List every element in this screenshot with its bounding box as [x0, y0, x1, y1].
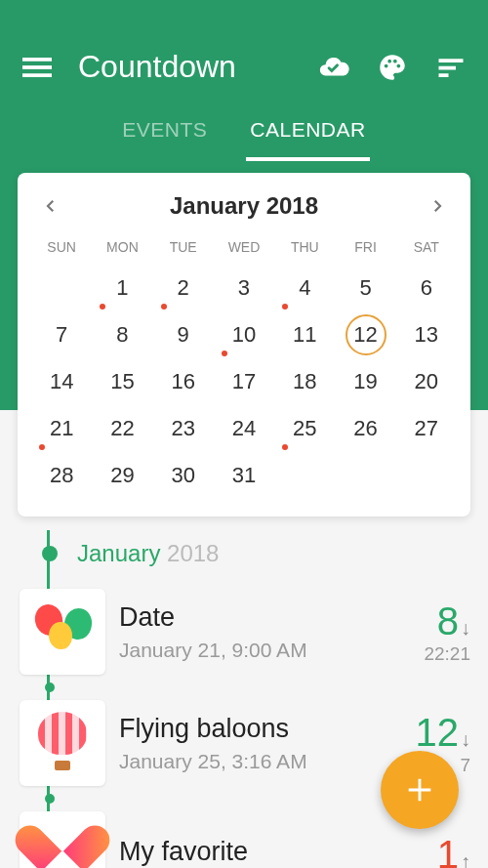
calendar-day[interactable]: 12 [335, 311, 395, 358]
calendar-day[interactable]: 16 [153, 358, 214, 405]
event-title: Flying baloons [119, 714, 402, 744]
calendar-card: January 2018 SUNMONTUEWEDTHUFRISAT123456… [18, 173, 470, 517]
calendar-day[interactable]: 2 [153, 265, 214, 311]
svg-rect-7 [439, 59, 464, 62]
timeline-month-header: January 2018 [18, 530, 488, 585]
event-thumbnail [20, 811, 105, 868]
calendar-grid: SUNMONTUEWEDTHUFRISAT1234567891011121314… [31, 233, 457, 499]
calendar-dow: THU [274, 233, 335, 265]
calendar-day[interactable]: 18 [274, 358, 335, 405]
event-marker [39, 444, 45, 450]
arrow-down-icon: ↓ [461, 617, 470, 640]
calendar-day[interactable]: 24 [214, 405, 274, 452]
calendar-day[interactable]: 22 [92, 405, 152, 452]
tab-events[interactable]: EVENTS [118, 112, 211, 161]
palette-icon[interactable] [375, 50, 410, 85]
event-thumbnail [20, 589, 105, 675]
timeline-dot [42, 546, 58, 561]
event-marker [222, 351, 227, 356]
calendar-day[interactable]: 3 [214, 265, 274, 311]
hot-air-balloon-icon [34, 712, 91, 774]
timeline-month: January [77, 540, 160, 566]
event-countdown: 12↓ [416, 711, 471, 755]
calendar-day[interactable]: 23 [153, 405, 214, 452]
event-date: January 25, 3:16 AM [119, 750, 402, 773]
svg-rect-0 [22, 58, 52, 62]
calendar-day[interactable]: 28 [31, 452, 92, 499]
calendar-day[interactable]: 19 [335, 358, 395, 405]
event-title: My favorite [119, 837, 424, 867]
calendar-dow: WED [214, 233, 274, 265]
calendar-month-label: January 2018 [170, 192, 318, 220]
arrow-up-icon: ↑ [461, 850, 470, 869]
calendar-day[interactable]: 25 [274, 405, 335, 452]
calendar-day[interactable]: 6 [396, 265, 457, 311]
calendar-day[interactable]: 30 [153, 452, 214, 499]
sort-icon[interactable] [433, 50, 468, 85]
svg-rect-1 [22, 65, 52, 69]
calendar-dow: TUE [153, 233, 214, 265]
tab-calendar[interactable]: CALENDAR [246, 112, 369, 161]
arrow-down-icon: ↓ [461, 728, 470, 751]
calendar-day[interactable]: 1 [92, 265, 152, 311]
calendar-day[interactable]: 31 [214, 452, 274, 499]
cloud-done-icon[interactable] [316, 50, 351, 85]
svg-rect-2 [22, 73, 52, 77]
event-title: Date [119, 602, 410, 633]
calendar-day[interactable]: 13 [396, 311, 457, 358]
timeline-year: 2018 [167, 540, 219, 566]
calendar-day[interactable]: 15 [92, 358, 152, 405]
next-month-button[interactable] [426, 194, 449, 218]
svg-point-5 [393, 59, 397, 62]
calendar-day[interactable]: 7 [31, 311, 92, 358]
add-event-fab[interactable] [381, 751, 459, 829]
calendar-dow: FRI [335, 233, 395, 265]
event-marker [282, 304, 288, 310]
event-thumbnail [20, 700, 105, 786]
app-bar: Countdown [0, 0, 488, 104]
event-marker [100, 304, 105, 310]
calendar-day[interactable]: 27 [396, 405, 457, 452]
balloons-icon [33, 602, 92, 661]
event-countdown: 1↑ [437, 833, 470, 869]
tab-bar: EVENTS CALENDAR [0, 104, 488, 161]
svg-point-6 [397, 63, 401, 67]
prev-month-button[interactable] [39, 194, 62, 218]
calendar-day[interactable]: 10 [214, 311, 274, 358]
calendar-day[interactable]: 11 [274, 311, 335, 358]
event-time: 22:21 [424, 643, 470, 665]
calendar-dow: SUN [31, 233, 92, 265]
event-marker [282, 444, 288, 450]
calendar-day[interactable]: 5 [335, 265, 395, 311]
svg-point-4 [387, 59, 391, 62]
menu-icon[interactable] [20, 50, 55, 85]
event-countdown: 8↓ [437, 599, 470, 643]
heart-icon [35, 827, 90, 868]
calendar-day[interactable]: 8 [92, 311, 152, 358]
calendar-day[interactable]: 14 [31, 358, 92, 405]
svg-rect-8 [439, 65, 457, 69]
event-row[interactable]: DateJanuary 21, 9:00 AM8↓22:21 [18, 585, 488, 679]
calendar-day[interactable]: 21 [31, 405, 92, 452]
calendar-day[interactable]: 4 [274, 265, 335, 311]
calendar-dow: MON [92, 233, 152, 265]
calendar-day[interactable]: 17 [214, 358, 274, 405]
svg-point-3 [385, 63, 388, 67]
calendar-day[interactable]: 29 [92, 452, 152, 499]
svg-rect-9 [439, 73, 449, 77]
calendar-day[interactable]: 20 [396, 358, 457, 405]
event-marker [161, 304, 167, 310]
app-title: Countdown [78, 49, 236, 85]
event-date: January 21, 9:00 AM [119, 639, 410, 662]
calendar-dow: SAT [396, 233, 457, 265]
calendar-day[interactable]: 26 [335, 405, 395, 452]
calendar-day[interactable]: 9 [153, 311, 214, 358]
